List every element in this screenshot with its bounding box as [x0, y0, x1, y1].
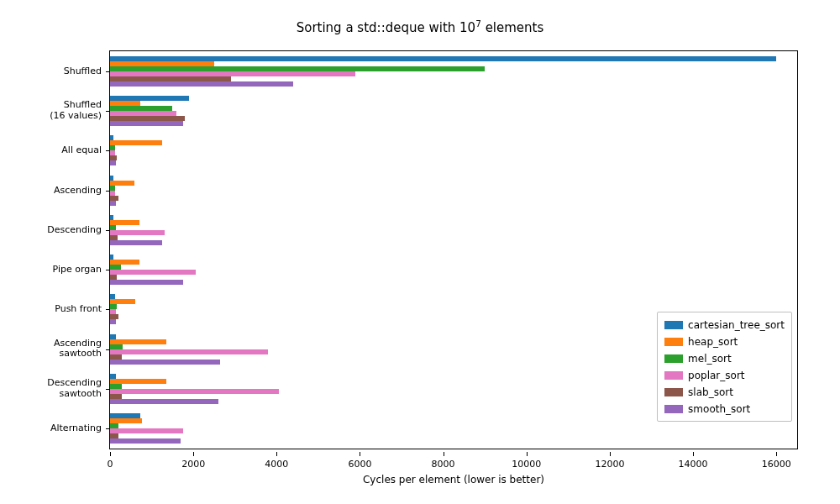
y-tick [106, 270, 110, 270]
x-tick-label: 6000 [348, 459, 371, 470]
legend-label: mel_sort [688, 353, 785, 365]
bar [110, 389, 279, 394]
chart-legend: cartesian_tree_sortheap_sortmel_sortpopl… [657, 312, 792, 422]
x-tick [276, 452, 277, 456]
y-tick-label: All equal [61, 145, 102, 156]
y-tick-label: Ascending [54, 185, 102, 196]
bar [110, 399, 218, 404]
legend-entry: heap_sort [664, 333, 785, 350]
x-tick-label: 8000 [432, 459, 455, 470]
bar [110, 230, 165, 235]
bar [110, 428, 183, 433]
y-tick [106, 349, 110, 350]
y-tick [106, 428, 110, 429]
bar [110, 280, 183, 285]
y-tick [106, 150, 110, 151]
legend-swatch [664, 388, 683, 396]
y-tick-label: Pipe organ [53, 265, 102, 276]
chart-title: Sorting a std::deque with 107 elements [0, 18, 840, 35]
legend-label: cartesian_tree_sort [688, 319, 785, 331]
bar [110, 140, 162, 145]
x-tick [360, 452, 360, 456]
x-tick [776, 452, 777, 456]
x-tick-label: 14000 [679, 459, 708, 470]
y-tick [106, 71, 110, 72]
y-tick-label: Ascendingsawtooth [54, 339, 102, 360]
legend-label: heap_sort [688, 336, 785, 348]
y-tick [106, 230, 110, 231]
legend-swatch [664, 354, 683, 363]
bar [110, 319, 116, 324]
bar [110, 349, 268, 354]
legend-label: slab_sort [688, 386, 785, 398]
bar [110, 438, 181, 444]
bar [110, 270, 196, 275]
y-tick-label: Shuffled [64, 66, 102, 76]
y-tick-label: Push front [55, 304, 102, 315]
legend-entry: slab_sort [664, 384, 785, 401]
legend-label: smooth_sort [688, 403, 785, 415]
legend-entry: poplar_sort [664, 367, 785, 384]
x-tick [527, 452, 528, 456]
x-tick-label: 4000 [265, 459, 288, 470]
x-tick [610, 452, 611, 456]
x-tick [444, 452, 444, 456]
y-tick-label: Alternating [50, 423, 102, 434]
bar [110, 201, 116, 206]
legend-swatch [664, 371, 683, 380]
legend-swatch [664, 405, 683, 413]
legend-label: poplar_sort [688, 370, 785, 381]
legend-entry: mel_sort [664, 350, 785, 367]
legend-entry: cartesian_tree_sort [664, 317, 785, 333]
bar [110, 360, 220, 365]
x-axis-label: Cycles per element (lower is better) [110, 474, 797, 486]
bar [110, 121, 183, 126]
bar [110, 240, 162, 245]
legend-swatch [664, 338, 683, 346]
x-tick-label: 2000 [181, 459, 205, 470]
bar [110, 81, 293, 87]
x-tick-label: 0 [108, 459, 113, 470]
y-tick-label: Descending [47, 225, 102, 236]
y-tick [106, 191, 110, 192]
chart-axes: Cycles per element (lower is better) car… [109, 50, 798, 449]
y-tick [106, 111, 110, 112]
x-tick-label: 16000 [762, 459, 791, 470]
x-tick-label: 12000 [595, 459, 624, 470]
x-tick [193, 452, 194, 456]
y-tick [106, 389, 110, 390]
x-tick [110, 452, 111, 456]
chart-figure: Sorting a std::deque with 107 elements C… [0, 0, 840, 504]
x-tick-label: 10000 [512, 459, 541, 470]
y-tick-label: Descendingsawtooth [47, 378, 102, 399]
legend-swatch [664, 321, 683, 329]
y-tick-label: Shuffled(16 values) [50, 100, 102, 121]
x-tick [693, 452, 694, 456]
y-tick [106, 309, 110, 310]
bar [110, 160, 116, 165]
legend-entry: smooth_sort [664, 401, 785, 417]
